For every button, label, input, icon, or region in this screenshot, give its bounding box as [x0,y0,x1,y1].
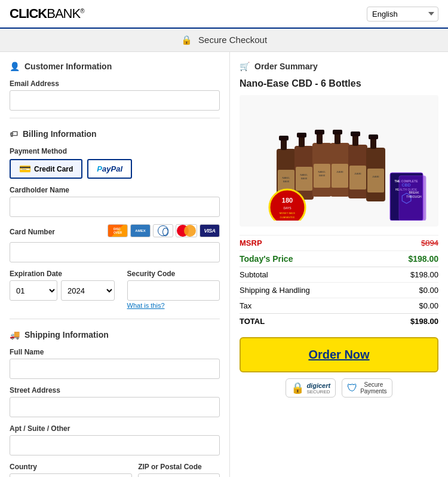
digicert-name: digicert [306,382,330,389]
logo-bold: CLICK [10,6,47,21]
secure-payments-text: Secure Payments [360,381,386,395]
apt-label: Apt / Suite / Other [10,424,220,433]
billing-info-label: Billing Information [23,129,97,139]
shipping-info-label: Shipping Information [24,330,109,340]
credit-card-icon: 💳 [19,163,31,175]
order-summary-header: 🛒 Order Summary [240,62,438,71]
total-label: TOTAL [240,317,265,326]
what-is-this-link[interactable]: What is this? [127,302,220,309]
card-number-label: Card Number [10,228,55,236]
logo-reg: ® [80,8,84,14]
digicert-badge: 🔒 digicert SECURED [286,378,336,398]
discover-icon: DISCOVER [108,224,128,237]
billing-info-header: 🏷 Billing Information [10,129,220,139]
card-number-input[interactable] [10,242,220,262]
today-price-row: Today's Price $198.00 [240,250,438,267]
lock-icon: 🔒 [181,35,192,45]
msrp-row: MSRP $894 [240,235,438,250]
diners-icon [153,224,173,237]
customer-info-label: Customer Information [24,62,112,71]
street-input[interactable] [10,397,220,417]
product-image: NANO- EASE NANO- EASE [240,95,438,227]
zip-label: ZIP or Postal Code [138,463,220,471]
total-row: TOTAL $198.00 [240,313,438,329]
tax-value: $0.00 [419,301,438,310]
cardholder-label: Cardholder Name [10,186,220,194]
svg-text:NANO-: NANO- [318,170,326,173]
cardholder-input[interactable] [10,197,220,217]
svg-text:EASE: EASE [318,174,325,177]
tax-label: Tax [240,301,251,310]
expiry-month-select[interactable]: 01020304 05060708 09101112 [10,280,57,301]
secure-checkout-bar: 🔒 Secure Checkout [0,29,448,52]
svg-text:-EASE: -EASE [372,175,379,178]
svg-text:NANO-: NANO- [282,176,290,179]
order-summary-label: Order Summary [254,62,318,71]
street-label: Street Address [10,386,220,395]
language-select[interactable]: English Spanish French [367,7,438,22]
shipping-row: Shipping & Handling $0.00 [240,282,438,298]
paypal-button[interactable]: PayPal [87,159,132,179]
apt-input[interactable] [10,435,220,455]
country-select[interactable]: United States Canada United Kingdom [10,473,132,477]
expiry-year-select[interactable]: 20242025202620272028 [61,280,115,301]
card-icons: DISCOVER AMEX VISA [108,224,220,237]
total-value: $198.00 [410,317,438,326]
customer-info-header: 👤 Customer Information [10,62,220,71]
today-label: Today's Price [240,254,293,264]
expiry-cvv-row: Expiration Date 01020304 05060708 091011… [10,270,220,309]
fullname-input[interactable] [10,359,220,379]
svg-rect-26 [349,166,366,189]
svg-rect-14 [315,130,324,134]
subtotal-value: $198.00 [410,270,438,279]
subtotal-row: Subtotal $198.00 [240,267,438,282]
svg-text:EASE: EASE [300,177,307,180]
msrp-value: $894 [421,239,438,247]
left-column: 👤 Customer Information Email Address 🏷 B… [0,52,230,477]
credit-card-button[interactable]: 💳 Credit Card [10,159,82,179]
svg-text:GUARANTEE: GUARANTEE [280,216,294,219]
email-label: Email Address [10,80,220,88]
shipping-info-header: 🚚 Shipping Information [10,330,220,340]
order-now-button[interactable]: Order Now [240,337,438,372]
shipping-value: $0.00 [419,286,438,295]
shield-icon: 🛡 [347,382,358,395]
svg-text:-EASE: -EASE [354,172,361,175]
tax-row: Tax $0.00 [240,298,438,313]
zip-group: ZIP or Postal Code [138,463,220,477]
tag-icon: 🏷 [10,129,18,139]
country-group: Country United States Canada United King… [10,463,132,477]
fullname-label: Full Name [10,348,220,356]
shipping-label: Shipping & Handling [240,286,310,295]
svg-text:-EASE: -EASE [336,170,343,173]
digicert-text: digicert SECURED [306,382,330,395]
card-number-group: Card Number DISCOVER AMEX VISA [10,224,220,262]
email-input[interactable] [10,90,220,111]
country-label: Country [10,463,132,471]
svg-rect-20 [333,130,342,134]
zip-input[interactable] [138,473,220,477]
trust-badges: 🔒 digicert SECURED 🛡 Secure Payments [240,378,438,398]
truck-icon: 🚚 [10,330,20,340]
visa-icon: VISA [200,224,220,237]
person-icon: 👤 [10,62,20,71]
today-value: $198.00 [408,254,438,264]
secure-checkout-text: Secure Checkout [198,35,267,45]
cvv-group: Security Code What is this? [127,270,220,309]
svg-text:180: 180 [281,197,292,204]
shipping-section: 🚚 Shipping Information Full Name Street … [10,330,220,477]
svg-text:NANO-: NANO- [300,173,308,176]
svg-rect-21 [332,164,348,188]
svg-text:THROUGH: THROUGH [406,195,422,198]
digicert-sub: SECURED [306,389,330,395]
amex-icon: AMEX [130,224,151,237]
apt-group: Apt / Suite / Other [10,424,220,455]
email-group: Email Address [10,80,220,111]
svg-rect-30 [369,134,378,139]
svg-rect-2 [279,136,289,140]
cvv-input[interactable] [127,280,220,301]
logo: CLICKBANK® [10,6,84,22]
expiry-group: Expiration Date 01020304 05060708 091011… [10,270,121,301]
digicert-icon: 🔒 [291,381,304,395]
fullname-group: Full Name [10,348,220,379]
